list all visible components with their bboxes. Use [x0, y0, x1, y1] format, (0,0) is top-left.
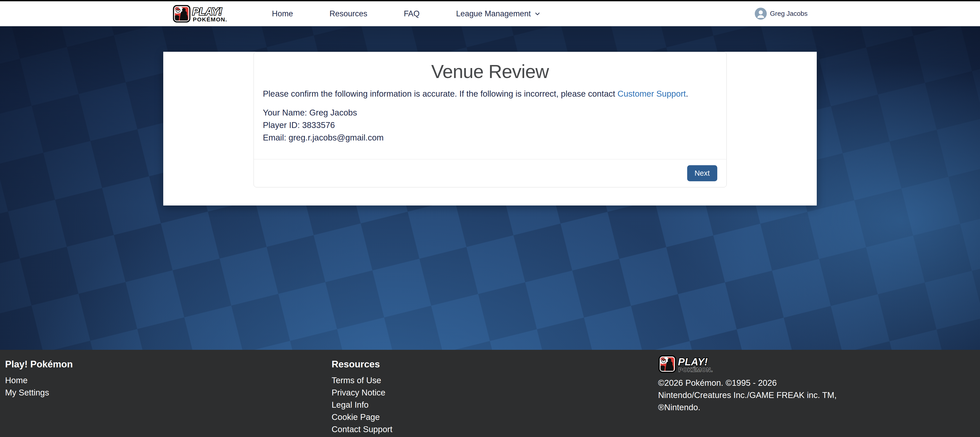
footer-logo-pokemon-text: POKÉMON. — [678, 366, 713, 373]
info-player-id-label: Player ID: — [263, 120, 300, 130]
content-container: Venue Review Please confirm the followin… — [163, 52, 817, 205]
customer-support-link[interactable]: Customer Support — [617, 89, 686, 99]
footer-logo-play-text: PLAY! — [678, 356, 708, 367]
copyright-line-3: ®Nintendo. — [658, 401, 847, 413]
footer-link-my-settings[interactable]: My Settings — [5, 388, 332, 397]
footer-column-brand: PLAY! POKÉMON. ©2026 Pokémon. ©1995 - 20… — [658, 354, 847, 437]
info-your-name-value: Greg Jacobs — [309, 108, 357, 117]
page-title: Venue Review — [254, 61, 727, 83]
footer-heading-resources: Resources — [332, 359, 658, 370]
page: PLAY! POKÉMON. Home Resources FAQ League… — [0, 0, 980, 437]
main-nav: Home Resources FAQ League Management — [272, 9, 541, 18]
card-footer: Next — [254, 159, 727, 187]
nav-faq[interactable]: FAQ — [404, 9, 420, 18]
copyright-text: ©2026 Pokémon. ©1995 - 2026 Nintendo/Cre… — [658, 377, 847, 413]
logo-pokemon-text: POKÉMON. — [193, 16, 227, 23]
info-email: Email:greg.r.jacobs@gmail.com — [263, 131, 717, 144]
play-pokemon-logo-graphic: PLAY! POKÉMON. — [172, 4, 250, 23]
footer-link-privacy-notice[interactable]: Privacy Notice — [332, 388, 658, 397]
footer-column-play-pokemon: Play! Pokémon Home My Settings — [5, 354, 332, 437]
info-email-label: Email: — [263, 133, 286, 142]
footer-play-pokemon-logo: PLAY! POKÉMON. — [658, 354, 735, 374]
nav-league-management-label: League Management — [456, 9, 531, 18]
player-info: Your Name:Greg Jacobs Player ID:3833576 … — [263, 106, 717, 144]
info-email-value: greg.r.jacobs@gmail.com — [288, 133, 383, 142]
footer-link-cookie-page[interactable]: Cookie Page — [332, 413, 658, 421]
site-header: PLAY! POKÉMON. Home Resources FAQ League… — [0, 1, 980, 26]
confirm-text-period: . — [686, 89, 688, 99]
confirm-text: Please confirm the following information… — [263, 89, 617, 99]
footer-link-home[interactable]: Home — [5, 376, 332, 385]
next-button[interactable]: Next — [687, 165, 717, 181]
info-player-id-value: 3833576 — [302, 120, 335, 130]
main-background: Venue Review Please confirm the followin… — [0, 26, 980, 350]
user-avatar-icon — [755, 8, 767, 20]
user-menu[interactable]: Greg Jacobs — [755, 8, 808, 20]
footer-column-resources: Resources Terms of Use Privacy Notice Le… — [332, 354, 658, 437]
logo-play-text: PLAY! — [192, 6, 222, 17]
header-inner: PLAY! POKÉMON. Home Resources FAQ League… — [163, 1, 817, 26]
info-player-id: Player ID:3833576 — [263, 119, 717, 131]
site-footer: Play! Pokémon Home My Settings Resources… — [0, 350, 980, 437]
copyright-line-2: Nintendo/Creatures Inc./GAME FREAK inc. … — [658, 389, 847, 401]
info-your-name-label: Your Name: — [263, 108, 307, 117]
footer-link-contact-support[interactable]: Contact Support — [332, 425, 658, 434]
venue-review-card: Venue Review Please confirm the followin… — [253, 52, 727, 188]
confirm-paragraph: Please confirm the following information… — [263, 89, 717, 99]
nav-league-management[interactable]: League Management — [456, 9, 541, 18]
chevron-down-icon — [534, 10, 541, 17]
user-name: Greg Jacobs — [770, 10, 808, 17]
footer-link-terms-of-use[interactable]: Terms of Use — [332, 376, 658, 385]
footer-link-legal-info[interactable]: Legal Info — [332, 400, 658, 409]
play-pokemon-logo[interactable]: PLAY! POKÉMON. — [172, 4, 250, 23]
copyright-line-1: ©2026 Pokémon. ©1995 - 2026 — [658, 377, 847, 389]
footer-heading-play-pokemon: Play! Pokémon — [5, 359, 332, 370]
nav-home[interactable]: Home — [272, 9, 293, 18]
info-your-name: Your Name:Greg Jacobs — [263, 106, 717, 119]
nav-resources[interactable]: Resources — [329, 9, 367, 18]
